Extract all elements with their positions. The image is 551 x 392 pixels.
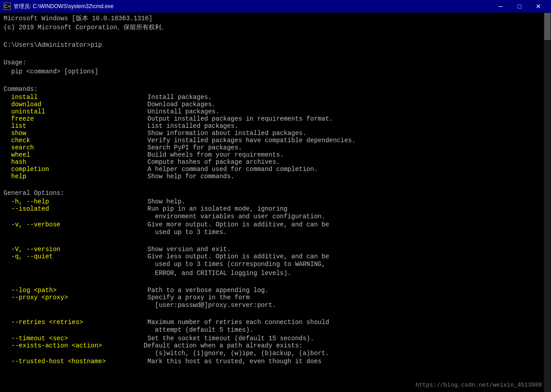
minimize-button[interactable]: ─ xyxy=(492,1,510,12)
cmd-desc-search: Search PyPI for packages. xyxy=(147,144,242,151)
cmd-show: show Show information about installed pa… xyxy=(4,130,547,137)
opt-desc-verbose: Give more output. Option is additive, an… xyxy=(147,221,329,228)
opt-desc-quiet: Give less output. Option is additive, an… xyxy=(147,253,329,260)
opt-desc-trusted-host: Mark this host as trusted, even though i… xyxy=(147,358,321,365)
opt-desc-log: Path to a verbose appending log. xyxy=(147,287,269,294)
opt-log: --log <path> Path to a verbose appending… xyxy=(4,287,547,294)
opt-name-version: -V, --version xyxy=(4,246,147,253)
titlebar: C> 管理员: C:\WINDOWS\system32\cmd.exe ─ □ … xyxy=(0,0,551,13)
opt-desc-retries: Maximum number of retries each connectio… xyxy=(147,319,329,326)
opt-desc-help: Show help. xyxy=(147,198,185,205)
maximize-button[interactable]: □ xyxy=(510,1,528,12)
empty-line-6 xyxy=(4,278,547,287)
cmd-name-install: install xyxy=(4,94,147,101)
general-options-header: General Options: xyxy=(4,189,547,198)
cmd-name-freeze: freeze xyxy=(4,115,147,122)
usage-detail: pip <command> [options] xyxy=(4,68,547,77)
cmd-download: download Download packages. xyxy=(4,101,547,108)
titlebar-controls: ─ □ ✕ xyxy=(492,1,547,12)
opt-desc-proxy: Specify a proxy in the form xyxy=(147,294,250,301)
cmd-name-show: show xyxy=(4,130,147,137)
cmd-desc-freeze: Output installed packages in requirement… xyxy=(147,115,333,122)
empty-line-3 xyxy=(4,76,547,85)
opt-name-timeout: --timeout <sec> xyxy=(4,335,147,342)
cmd-desc-list: List installed packages. xyxy=(147,122,238,130)
opt-desc-version: Show version and exit. xyxy=(147,246,231,253)
cmd-uninstall: uninstall Uninstall packages. xyxy=(4,108,547,115)
cmd-desc-help: Show help for commands. xyxy=(147,173,234,180)
opt-retries: --retries <retries> Maximum number of re… xyxy=(4,319,547,326)
cmd-desc-completion: A helper command used for command comple… xyxy=(147,166,318,173)
cmd-desc-check: Verify installed packages have compatibl… xyxy=(147,137,355,144)
cmd-wheel: wheel Build wheels from your requirement… xyxy=(4,151,547,158)
cmd-desc-uninstall: Uninstall packages. xyxy=(147,108,219,115)
cmd-icon: C> xyxy=(4,3,11,10)
window-title: 管理员: C:\WINDOWS\system32\cmd.exe xyxy=(14,3,114,10)
copyright-line: (c) 2019 Microsoft Corporation。保留所有权利。 xyxy=(4,23,547,32)
opt-proxy: --proxy <proxy> Specify a proxy in the f… xyxy=(4,294,547,301)
opt-name-help: -h, --help xyxy=(4,198,147,205)
cmd-search: search Search PyPI for packages. xyxy=(4,144,547,151)
cmd-hash: hash Compute hashes of package archives. xyxy=(4,158,547,166)
scrollbar-thumb[interactable] xyxy=(544,13,551,40)
terminal: Microsoft Windows [版本 10.0.18363.1316] (… xyxy=(0,13,551,392)
prompt-line: C:\Users\Administrator>pip xyxy=(4,41,547,50)
cmd-desc-show: Show information about installed package… xyxy=(147,130,306,137)
opt-desc-isolated: Run pip in an isolated mode, ignoring xyxy=(147,205,287,212)
opt-quiet-cont1: used up to 3 times (corresponding to WAR… xyxy=(4,260,547,269)
opt-verbose: -v, --verbose Give more output. Option i… xyxy=(4,221,547,228)
opt-timeout: --timeout <sec> Set the socket timeout (… xyxy=(4,335,547,342)
opt-help: -h, --help Show help. xyxy=(4,198,547,205)
close-button[interactable]: ✕ xyxy=(529,1,547,12)
usage-header: Usage: xyxy=(4,59,547,68)
cmd-desc-download: Download packages. xyxy=(147,101,215,108)
opt-retries-cont: attempt (default 5 times). xyxy=(4,326,547,335)
cmd-freeze: freeze Output installed packages in requ… xyxy=(4,115,547,122)
opt-exists-action: --exists-action <action> Default action … xyxy=(4,342,547,349)
cmd-name-hash: hash xyxy=(4,158,147,166)
empty-line-5 xyxy=(4,237,547,246)
empty-line-7 xyxy=(4,310,547,319)
opt-name-proxy: --proxy <proxy> xyxy=(4,294,147,301)
opt-name-log: --log <path> xyxy=(4,287,147,294)
cmd-list: list List installed packages. xyxy=(4,122,547,130)
opt-name-isolated: --isolated xyxy=(4,205,147,212)
cmd-name-wheel: wheel xyxy=(4,151,147,158)
opt-name-exists-action: --exists-action <action> xyxy=(4,342,144,349)
cmd-help: help Show help for commands. xyxy=(4,173,547,180)
opt-desc-timeout: Set the socket timeout (default 15 secon… xyxy=(147,335,314,342)
opt-verbose-cont: used up to 3 times. xyxy=(4,228,547,237)
win-version-line: Microsoft Windows [版本 10.0.18363.1316] xyxy=(4,14,547,23)
cmd-completion: completion A helper command used for com… xyxy=(4,166,547,173)
opt-name-retries: --retries <retries> xyxy=(4,319,147,326)
opt-desc-exists-action: Default action when a path already exist… xyxy=(144,342,303,349)
scrollbar[interactable] xyxy=(544,13,551,392)
opt-proxy-cont: [user:passwd@]proxy.server:port. xyxy=(4,301,547,310)
empty-line-4 xyxy=(4,180,547,189)
opt-name-quiet: -q, --quiet xyxy=(4,253,147,260)
cmd-name-search: search xyxy=(4,144,147,151)
commands-header: Commands: xyxy=(4,85,547,94)
cmd-name-help: help xyxy=(4,173,147,180)
opt-trusted-host: --trusted-host <hostname> Mark this host… xyxy=(4,358,547,365)
empty-line-2 xyxy=(4,50,547,59)
opt-isolated-cont: environment variables and user configura… xyxy=(4,212,547,221)
opt-quiet-cont2: ERROR, and CRITICAL logging levels). xyxy=(4,269,547,278)
titlebar-left: C> 管理员: C:\WINDOWS\system32\cmd.exe xyxy=(4,3,114,10)
empty-line-1 xyxy=(4,32,547,41)
cmd-name-check: check xyxy=(4,137,147,144)
opt-name-verbose: -v, --verbose xyxy=(4,221,147,228)
cmd-desc-wheel: Build wheels from your requirements. xyxy=(147,151,283,158)
cmd-desc-hash: Compute hashes of package archives. xyxy=(147,158,280,166)
cmd-name-uninstall: uninstall xyxy=(4,108,147,115)
opt-exists-action-cont: (s)witch, (i)gnore, (w)ipe, (b)ackup, (a… xyxy=(4,349,547,358)
cmd-check: check Verify installed packages have com… xyxy=(4,137,547,144)
opt-version: -V, --version Show version and exit. xyxy=(4,246,547,253)
cmd-name-completion: completion xyxy=(4,166,147,173)
watermark: https://blog.csdn.net/weixin_4513988 xyxy=(415,382,542,388)
cmd-install: install Install packages. xyxy=(4,94,547,101)
cmd-desc-install: Install packages. xyxy=(147,94,212,101)
cmd-name-list: list xyxy=(4,122,147,130)
opt-isolated: --isolated Run pip in an isolated mode, … xyxy=(4,205,547,212)
cmd-name-download: download xyxy=(4,101,147,108)
